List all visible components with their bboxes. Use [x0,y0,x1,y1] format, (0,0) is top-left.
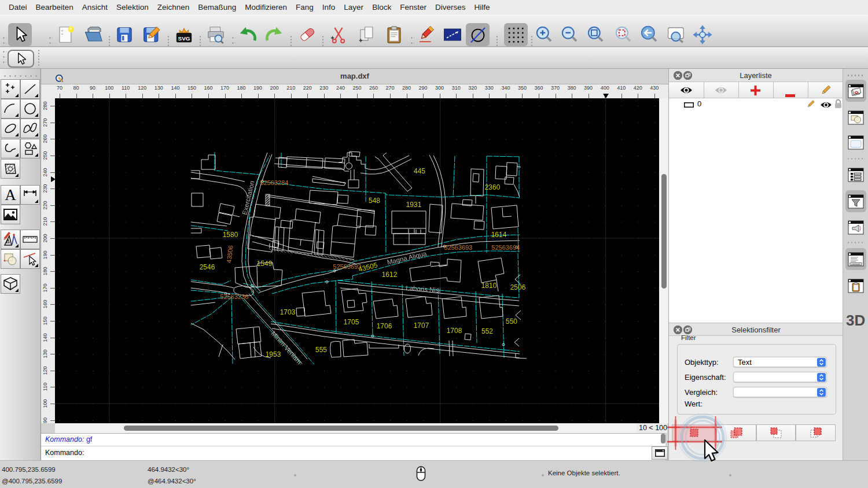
svg-text:1706: 1706 [377,322,392,330]
svg-text:555: 555 [315,346,327,354]
svg-text:445: 445 [414,167,425,175]
svg-text:2360: 2360 [485,183,501,191]
svg-text:52563236: 52563236 [220,293,249,300]
svg-text:52563694: 52563694 [492,244,520,251]
svg-text:552: 552 [481,327,493,335]
svg-text:1705: 1705 [344,318,359,326]
svg-text:1931: 1931 [406,201,422,209]
svg-text:52563693: 52563693 [444,244,473,251]
svg-text:1580: 1580 [223,231,238,239]
svg-text:1707: 1707 [414,321,429,330]
svg-text:1612: 1612 [382,271,398,279]
svg-text:548: 548 [369,197,380,205]
svg-text:550: 550 [506,317,517,326]
svg-text:1810: 1810 [481,282,497,290]
svg-text:SVG: SVG [178,35,190,42]
svg-text:1703: 1703 [280,308,296,316]
svg-text:2506: 2506 [510,283,526,291]
svg-text:52563284: 52563284 [260,179,289,186]
svg-text:1708: 1708 [447,327,462,335]
svg-text:1953: 1953 [266,350,281,358]
svg-text:52563692: 52563692 [333,263,362,270]
svg-text:1614: 1614 [491,231,507,239]
svg-text:command: command [851,263,860,265]
svg-text:2546: 2546 [200,263,215,271]
svg-text:1549: 1549 [257,260,273,268]
